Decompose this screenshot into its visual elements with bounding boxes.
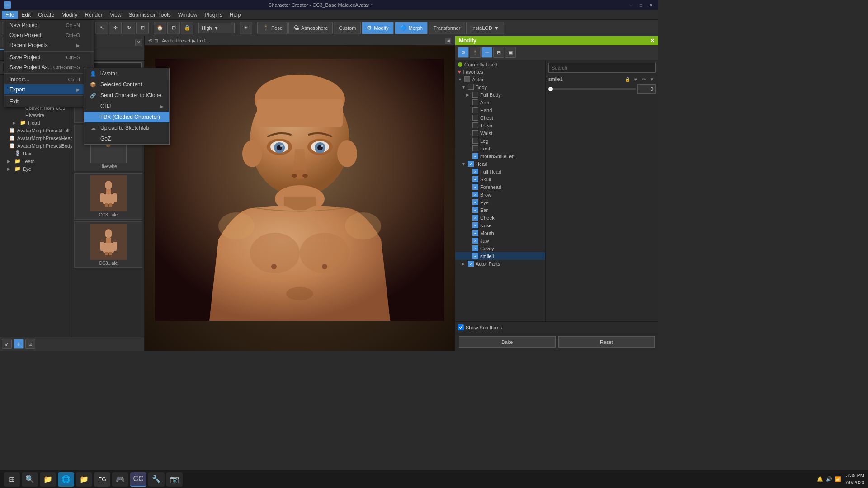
tb-camera-lock[interactable]: 🔒 <box>181 22 193 34</box>
rt-modify-btn[interactable]: ✏ <box>481 47 492 58</box>
morph-fav-btn[interactable]: ♥ <box>632 75 639 83</box>
rt-eye[interactable]: ✓ Eye <box>455 198 545 206</box>
cb-body[interactable] <box>468 84 474 90</box>
rt-arm[interactable]: Arm <box>455 99 545 106</box>
cb-full-body[interactable] <box>472 92 478 98</box>
left-bottom-add[interactable]: + <box>14 339 24 349</box>
morph-lock-btn[interactable]: 🔒 <box>624 75 631 83</box>
menu-help[interactable]: Help <box>226 11 245 19</box>
cb-mouth[interactable]: ✓ <box>472 230 478 236</box>
cb-brow[interactable]: ✓ <box>472 192 478 197</box>
cb-foot[interactable] <box>472 145 478 151</box>
rt-waist[interactable]: Waist <box>455 129 545 137</box>
rt-head[interactable]: ▼ ✓ Head <box>455 160 545 168</box>
tb-scale[interactable]: ⊡ <box>136 22 149 34</box>
rt-mouth[interactable]: ✓ Mouth <box>455 229 545 237</box>
menu-modify[interactable]: Modify <box>58 11 81 19</box>
rt-cheek[interactable]: ✓ Cheek <box>455 214 545 221</box>
modify-button[interactable]: ⚙ Modify <box>362 22 393 34</box>
morph-search-input[interactable] <box>548 63 656 73</box>
rt-mesh-btn[interactable]: ⊞ <box>493 47 504 58</box>
cb-full-head[interactable]: ✓ <box>472 169 478 174</box>
cb-skull[interactable]: ✓ <box>472 176 478 182</box>
rt-foot[interactable]: Foot <box>455 145 545 152</box>
show-sub-checkbox[interactable] <box>458 324 464 330</box>
left-bottom-btn3[interactable]: ⊡ <box>25 339 35 349</box>
cb-actor[interactable] <box>464 76 470 82</box>
rt-full-body[interactable]: ▶ Full Body <box>455 91 545 99</box>
morph-dropdown-btn[interactable]: ▼ <box>648 75 656 83</box>
morph-button[interactable]: 🔷 Morph <box>395 22 428 34</box>
cb-torso[interactable] <box>472 122 478 128</box>
cb-forehead[interactable]: ✓ <box>472 184 478 190</box>
rt-skull[interactable]: ✓ Skull <box>455 175 545 183</box>
instalod-button[interactable]: InstaLOD ▼ <box>466 22 504 34</box>
tree-hivewire[interactable]: Hivewire <box>0 112 72 119</box>
rt-leg[interactable]: Leg <box>455 137 545 145</box>
thumb-cc3-male1[interactable]: CC3...ale <box>74 173 142 220</box>
export-selected-content[interactable]: 📦 Selected Content <box>84 79 169 90</box>
quality-dropdown[interactable]: High ▼ <box>198 23 235 33</box>
bake-button[interactable]: Bake <box>459 336 556 348</box>
rt-texture-btn[interactable]: ▣ <box>505 47 516 58</box>
tb-camera-fit[interactable]: ⊞ <box>167 22 180 34</box>
atmosphere-button[interactable]: 🌤 Atmosphere <box>288 22 333 34</box>
file-save-project[interactable]: Save Project Ctrl+S <box>4 52 94 62</box>
tree-eye[interactable]: ▶ 📁 Eye <box>0 165 72 173</box>
cb-ear[interactable]: ✓ <box>472 207 478 213</box>
rt-cavity[interactable]: ✓ Cavity <box>455 244 545 252</box>
cb-cheek[interactable]: ✓ <box>472 215 478 221</box>
rt-forehead[interactable]: ✓ Forehead <box>455 183 545 191</box>
rt-nose[interactable]: ✓ Nose <box>455 221 545 229</box>
rt-ear[interactable]: ✓ Ear <box>455 206 545 214</box>
cb-actor-parts[interactable]: ✓ <box>468 261 474 267</box>
rt-hand[interactable]: Hand <box>455 106 545 114</box>
menu-submission-tools[interactable]: Submission Tools <box>125 11 175 19</box>
left-bottom-btn1[interactable]: ↙ <box>2 339 12 349</box>
tb-move[interactable]: ✛ <box>109 22 122 34</box>
cb-waist[interactable] <box>472 130 478 136</box>
transformer-button[interactable]: Transformer <box>429 22 466 34</box>
export-obj[interactable]: OBJ ▶ <box>84 101 169 112</box>
menu-create[interactable]: Create <box>34 11 58 19</box>
cb-eye[interactable]: ✓ <box>472 199 478 205</box>
cb-leg[interactable] <box>472 138 478 144</box>
reset-button[interactable]: Reset <box>558 336 655 348</box>
rt-currently-used[interactable]: Currently Used <box>455 61 545 68</box>
export-iavatar[interactable]: 👤 iAvatar <box>84 68 169 79</box>
tb-select[interactable]: ↖ <box>95 22 108 34</box>
menu-edit[interactable]: Edit <box>18 11 34 19</box>
menu-window[interactable]: Window <box>175 11 201 19</box>
tree-avatar-morph-body[interactable]: 📋 AvatarMorphPreset/Body <box>0 142 72 150</box>
rt-torso[interactable]: Torso <box>455 122 545 129</box>
file-import[interactable]: Import... Ctrl+I <box>4 75 94 84</box>
export-fbx-clothed[interactable]: FBX (Clothed Character) <box>84 112 169 122</box>
minimize-button[interactable]: ─ <box>627 1 635 9</box>
file-export[interactable]: Export ▶ <box>4 84 94 94</box>
menu-view[interactable]: View <box>106 11 125 19</box>
tb-camera-home[interactable]: 🏠 <box>154 22 166 34</box>
cb-mouth-smile-left[interactable]: ✓ <box>472 153 478 159</box>
cb-smile1[interactable]: ✓ <box>472 253 478 259</box>
maximize-button[interactable]: □ <box>637 1 645 9</box>
custom-button[interactable]: Custom <box>334 22 361 34</box>
left-close-btn[interactable]: ✕ <box>135 39 142 46</box>
viewport-back-btn[interactable]: ⟲ <box>148 38 152 44</box>
menu-plugins[interactable]: Plugins <box>201 11 226 19</box>
rt-body[interactable]: ▼ Body <box>455 83 545 91</box>
menu-render[interactable]: Render <box>81 11 106 19</box>
rt-pose-btn[interactable]: 🕴 <box>470 47 481 58</box>
rt-smile1[interactable]: ✓ smile1 <box>455 252 545 260</box>
viewport-grid-btn[interactable]: ⊞ <box>154 38 158 44</box>
file-open-project[interactable]: Open Project Ctrl+O <box>4 30 94 40</box>
viewport-sidebar-toggle[interactable]: ◀ <box>445 38 451 44</box>
rt-morph-btn[interactable]: ⚙ <box>458 47 469 58</box>
cb-jaw[interactable]: ✓ <box>472 238 478 244</box>
file-recent-projects[interactable]: Recent Projects ▶ <box>4 40 94 50</box>
export-sketchfab[interactable]: ☁ Upload to Sketchfab <box>84 122 169 133</box>
pose-button[interactable]: 🕴 Pose <box>257 22 288 34</box>
rt-mouth-smile-left[interactable]: ✓ mouthSmileLeft <box>455 152 545 160</box>
export-goz[interactable]: GoZ <box>84 133 169 144</box>
rt-actor-parts[interactable]: ▶ ✓ Actor Parts <box>455 260 545 267</box>
cb-arm[interactable] <box>472 99 478 105</box>
